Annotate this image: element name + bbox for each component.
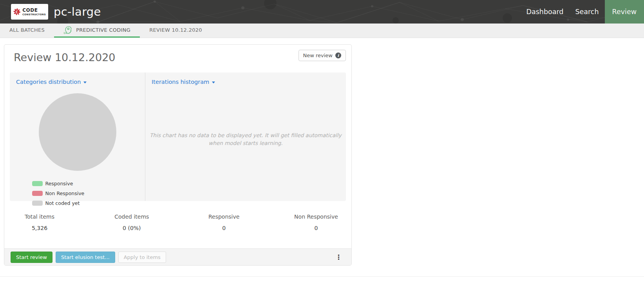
stat-value: 0 bbox=[293, 225, 340, 231]
svg-text:ipc: ipc bbox=[63, 31, 67, 34]
code-constructors-logo[interactable]: C CODE CONSTRUCTORS bbox=[11, 4, 48, 20]
tab-all-batches-label: ALL BATCHES bbox=[9, 27, 45, 33]
page-bottom-divider bbox=[0, 276, 644, 277]
start-elusion-test-button[interactable]: Start elusion test... bbox=[56, 252, 115, 263]
logo-text: CODE CONSTRUCTORS bbox=[22, 8, 46, 16]
iterations-histogram-panel: Iterations histogram This chart has no d… bbox=[145, 72, 346, 201]
nav-item-review[interactable]: Review bbox=[605, 0, 644, 24]
stat-total-items: Total items 5,326 bbox=[16, 214, 63, 231]
tab-review-label: REVIEW 10.12.2020 bbox=[149, 27, 202, 33]
stat-label: Responsive bbox=[201, 214, 248, 220]
empty-chart-message: This chart has no data to be displayed y… bbox=[148, 132, 344, 147]
categories-distribution-panel: Categories distribution Responsive Non R… bbox=[10, 72, 145, 201]
nav-item-search[interactable]: Search bbox=[569, 0, 604, 24]
chevron-down-icon bbox=[212, 81, 215, 83]
categories-distribution-dropdown[interactable]: Categories distribution bbox=[16, 79, 87, 85]
new-review-button[interactable]: New review i bbox=[298, 50, 346, 61]
gear-logo-icon: C bbox=[13, 7, 20, 17]
tab-review-10-12-2020[interactable]: REVIEW 10.12.2020 bbox=[140, 24, 212, 38]
categories-pie-chart bbox=[39, 93, 116, 171]
review-card-header: Review 10.12.2020 New review i bbox=[4, 45, 351, 69]
tab-predictive-coding-label: PREDICTIVE CODING bbox=[76, 27, 130, 33]
iterations-histogram-dropdown[interactable]: Iterations histogram bbox=[152, 79, 215, 85]
categories-distribution-title: Categories distribution bbox=[16, 79, 81, 85]
legend-item-not-coded-yet[interactable]: Not coded yet bbox=[32, 200, 80, 206]
legend-label-non-responsive: Non Responsive bbox=[45, 190, 85, 196]
stat-label: Coded items bbox=[108, 214, 155, 220]
stat-non-responsive: Non Responsive 0 bbox=[293, 214, 340, 231]
top-navbar: C CODE CONSTRUCTORS pc-large Dashboard S… bbox=[0, 0, 644, 24]
review-title: Review 10.12.2020 bbox=[14, 51, 342, 64]
legend-item-non-responsive[interactable]: Non Responsive bbox=[32, 190, 85, 196]
legend-label-not-coded-yet: Not coded yet bbox=[45, 200, 80, 206]
chevron-down-icon bbox=[83, 81, 87, 83]
stat-coded-items: Coded items 0 (0%) bbox=[108, 214, 155, 231]
review-card-footer: Start review Start elusion test... Apply… bbox=[4, 248, 351, 265]
stat-label: Non Responsive bbox=[293, 214, 340, 220]
stat-value: 0 bbox=[201, 225, 248, 231]
tab-all-batches[interactable]: ALL BATCHES bbox=[0, 24, 54, 38]
review-card: Review 10.12.2020 New review i Categorie… bbox=[4, 44, 352, 266]
legend-label-responsive: Responsive bbox=[45, 181, 73, 187]
kebab-vertical-icon[interactable]: ⋮ bbox=[335, 254, 342, 261]
info-icon[interactable]: i bbox=[335, 53, 341, 58]
not-coded-yet-swatch-icon bbox=[32, 201, 43, 206]
new-review-label: New review bbox=[303, 53, 333, 58]
responsive-swatch-icon bbox=[32, 181, 43, 186]
categories-legend: Responsive Non Responsive Not coded yet bbox=[32, 180, 123, 210]
apply-to-items-button[interactable]: Apply to items bbox=[118, 252, 166, 263]
batch-tabbar: ALL BATCHES ipc PREDICTIVE CODING REVIEW… bbox=[0, 24, 644, 38]
stat-responsive: Responsive 0 bbox=[201, 214, 248, 231]
iterations-histogram-title: Iterations histogram bbox=[152, 79, 209, 85]
logo-line2: CONSTRUCTORS bbox=[22, 13, 46, 16]
svg-text:C: C bbox=[16, 10, 18, 14]
project-title: pc-large bbox=[54, 5, 101, 18]
tab-predictive-coding[interactable]: ipc PREDICTIVE CODING bbox=[54, 24, 140, 38]
charts-panel: Categories distribution Responsive Non R… bbox=[10, 72, 346, 201]
predictive-coding-head-icon: ipc bbox=[63, 25, 73, 34]
stat-value: 0 (0%) bbox=[108, 225, 155, 231]
logo-line1: CODE bbox=[22, 8, 46, 13]
stat-value: 5,326 bbox=[16, 225, 63, 231]
nav-item-dashboard[interactable]: Dashboard bbox=[520, 0, 569, 24]
start-review-button[interactable]: Start review bbox=[11, 252, 52, 263]
stat-label: Total items bbox=[16, 214, 63, 220]
non-responsive-swatch-icon bbox=[32, 191, 43, 196]
legend-item-responsive[interactable]: Responsive bbox=[32, 181, 73, 187]
top-nav: Dashboard Search Review bbox=[520, 0, 644, 24]
